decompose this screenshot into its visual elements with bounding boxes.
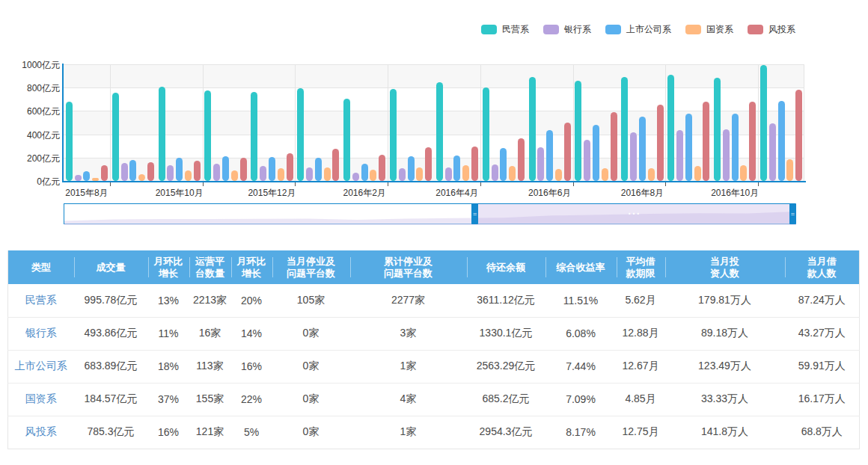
table-cell: 7.44% xyxy=(545,350,617,383)
bar-上市公司系-2015年9月 xyxy=(129,160,136,181)
bar-上市公司系-2016年11月 xyxy=(778,101,785,181)
table-cell: 6.08% xyxy=(545,317,617,350)
bar-风投系-2015年11月 xyxy=(240,158,247,181)
split-area-band xyxy=(64,158,804,181)
data-zoom-slider[interactable]: ··· = = xyxy=(64,203,795,224)
legend-item-民营系[interactable]: 民营系 xyxy=(481,23,529,36)
table-cell: 0家 xyxy=(272,383,350,416)
bar-民营系-2016年2月 xyxy=(343,99,350,181)
table-cell: 2563.29亿元 xyxy=(467,350,545,383)
bar-国资系-2016年7月 xyxy=(602,168,608,181)
y-axis-label: 400亿元 xyxy=(7,129,60,142)
x-axis-label: 2015年12月 xyxy=(225,187,318,200)
type-link[interactable]: 上市公司系 xyxy=(8,350,74,383)
type-link[interactable]: 民营系 xyxy=(8,284,74,317)
x-axis-label: 2016年6月 xyxy=(504,187,596,200)
data-zoom-move-dots-icon[interactable]: ··· xyxy=(628,204,641,224)
bar-国资系-2015年10月 xyxy=(185,170,192,181)
table-cell: 33.33万人 xyxy=(665,383,785,416)
data-zoom-right-handle-icon[interactable]: = xyxy=(789,203,796,224)
split-area-band xyxy=(64,111,804,134)
v-gridline xyxy=(110,64,111,181)
bar-民营系-2015年11月 xyxy=(204,90,211,181)
bar-民营系-2016年9月 xyxy=(667,75,674,181)
bar-上市公司系-2016年10月 xyxy=(732,114,739,181)
bar-国资系-2016年9月 xyxy=(694,166,701,181)
platform-stats-table: 类型成交量月环比 增长运营平 台数量月环比 增长当月停业及 问题平台数累计停业及… xyxy=(7,250,860,449)
x-axis-tick xyxy=(665,182,666,186)
table-cell: 89.18万人 xyxy=(665,317,785,350)
table-cell: 3611.12亿元 xyxy=(467,284,545,317)
table-cell: 4家 xyxy=(350,383,467,416)
bar-民营系-2016年7月 xyxy=(575,81,581,181)
table-row-民营系: 民营系995.78亿元13%2213家20%105家2277家3611.12亿元… xyxy=(8,284,860,317)
x-axis-tick xyxy=(573,182,574,186)
table-cell: 685.2亿元 xyxy=(467,383,545,416)
table-cell: 113家 xyxy=(189,350,231,383)
v-gridline xyxy=(388,64,388,181)
x-axis-label: 2015年8月 xyxy=(40,187,133,200)
bar-银行系-2015年9月 xyxy=(121,163,128,181)
y-axis-label: 800亿元 xyxy=(7,82,60,95)
x-axis-line xyxy=(62,181,806,182)
bar-国资系-2015年11月 xyxy=(231,170,238,181)
column-header: 平均借 款期限 xyxy=(617,250,665,284)
type-link[interactable]: 国资系 xyxy=(8,383,74,416)
y-axis-label: 600亿元 xyxy=(7,105,60,118)
legend-label: 风投系 xyxy=(768,23,795,36)
table-cell: 683.89亿元 xyxy=(74,350,148,383)
table-cell: 105家 xyxy=(272,284,350,317)
table-cell: 16家 xyxy=(189,317,231,350)
bar-上市公司系-2016年6月 xyxy=(546,130,553,181)
bar-民营系-2015年12月 xyxy=(251,92,257,181)
data-zoom-left-handle-icon[interactable]: = xyxy=(471,203,478,224)
bar-银行系-2015年11月 xyxy=(213,164,220,181)
table-cell: 995.78亿元 xyxy=(74,284,148,317)
x-axis-tick xyxy=(480,182,481,186)
type-link[interactable]: 风投系 xyxy=(8,416,74,449)
v-gridline xyxy=(480,64,481,181)
x-axis-tick xyxy=(203,182,204,186)
bar-民营系-2016年11月 xyxy=(760,65,767,181)
h-gridline xyxy=(64,111,804,111)
bar-风投系-2016年9月 xyxy=(703,102,709,181)
bar-风投系-2016年8月 xyxy=(657,105,664,181)
table-cell: 1家 xyxy=(350,416,467,449)
table-cell: 20% xyxy=(231,284,272,317)
table-cell: 0家 xyxy=(272,416,350,449)
table-cell: 5.62月 xyxy=(617,284,665,317)
table-cell: 155家 xyxy=(189,383,231,416)
table-cell: 121家 xyxy=(189,416,231,449)
legend-item-风投系[interactable]: 风投系 xyxy=(748,23,795,36)
legend-item-银行系[interactable]: 银行系 xyxy=(543,23,591,36)
x-axis-tick xyxy=(758,182,759,186)
table-cell: 5% xyxy=(231,416,272,449)
table-cell: 16% xyxy=(148,416,189,449)
table-row-银行系: 银行系493.86亿元11%16家14%0家3家1330.1亿元6.08%12.… xyxy=(8,317,860,350)
table-cell: 8.17% xyxy=(545,416,617,449)
table-cell: 141.8万人 xyxy=(665,416,785,449)
bar-银行系-2016年5月 xyxy=(492,164,498,181)
x-axis-label: 2016年8月 xyxy=(596,187,688,200)
legend-item-上市公司系[interactable]: 上市公司系 xyxy=(605,23,671,36)
table-cell: 11.51% xyxy=(545,284,617,317)
table-cell: 1家 xyxy=(350,350,467,383)
bar-国资系-2016年8月 xyxy=(648,168,655,181)
table-cell: 179.81万人 xyxy=(665,284,785,317)
bar-银行系-2016年1月 xyxy=(306,167,313,181)
column-header: 累计停业及 问题平台数 xyxy=(350,250,467,284)
x-axis-label: 2015年10月 xyxy=(133,187,226,200)
bar-上市公司系-2016年1月 xyxy=(315,158,322,181)
table-cell: 785.3亿元 xyxy=(74,416,148,449)
table-cell: 43.27万人 xyxy=(785,317,860,350)
type-link[interactable]: 银行系 xyxy=(8,317,74,350)
bar-风投系-2016年10月 xyxy=(749,102,756,181)
column-header: 成交量 xyxy=(74,250,148,284)
legend-item-国资系[interactable]: 国资系 xyxy=(685,23,733,36)
x-axis-label: 2016年10月 xyxy=(688,187,781,200)
table-cell: 2277家 xyxy=(350,284,467,317)
bar-银行系-2016年6月 xyxy=(537,147,544,181)
column-header: 运营平 台数量 xyxy=(189,250,231,284)
y-axis-label: 1000亿元 xyxy=(7,59,60,72)
split-area-band xyxy=(64,64,804,87)
